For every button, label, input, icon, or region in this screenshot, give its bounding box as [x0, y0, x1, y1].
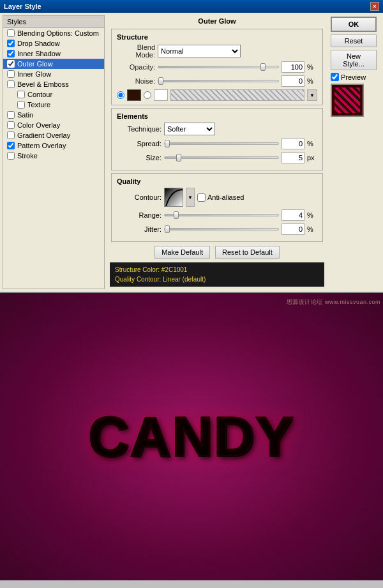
checkbox-gradient-overlay[interactable] — [7, 132, 15, 139]
contour-label: Contour: — [117, 193, 161, 201]
ok-button[interactable]: OK — [331, 17, 377, 32]
jitter-row: Jitter: % — [117, 223, 317, 235]
layer-label-blending-options: Blending Options: Custom — [17, 29, 99, 37]
anti-aliased-label: Anti-aliased — [197, 193, 244, 202]
opacity-input[interactable] — [282, 61, 304, 73]
opacity-slider[interactable] — [158, 66, 279, 68]
layer-item-contour[interactable]: Contour — [3, 89, 104, 100]
technique-row: Technique: Softer Precise — [117, 123, 317, 135]
anti-aliased-checkbox[interactable] — [197, 193, 206, 202]
noise-slider[interactable] — [158, 80, 279, 82]
make-default-button[interactable]: Make Default — [154, 246, 210, 259]
close-button[interactable]: × — [370, 2, 379, 11]
technique-select[interactable]: Softer Precise — [164, 123, 215, 135]
solid-color-radio[interactable] — [117, 91, 124, 99]
gradient-dropdown-arrow[interactable]: ▼ — [307, 89, 317, 101]
layer-item-drop-shadow[interactable]: Drop Shadow — [3, 38, 104, 49]
layer-label-outer-glow: Outer Glow — [17, 60, 53, 68]
spread-row: Spread: % — [117, 138, 317, 149]
checkbox-bevel-emboss[interactable] — [7, 80, 15, 88]
size-row: Size: px — [117, 152, 317, 163]
jitter-label: Jitter: — [117, 225, 161, 233]
quality-section: Quality Contour: ▼ Anti-aliased — [111, 173, 323, 242]
layer-item-texture[interactable]: Texture — [3, 100, 104, 110]
size-input[interactable] — [282, 152, 304, 163]
checkbox-inner-glow[interactable] — [7, 70, 15, 78]
layer-item-inner-shadow[interactable]: Inner Shadow — [3, 49, 104, 59]
main-section-title: Outer Glow — [107, 15, 327, 26]
spread-slider[interactable] — [164, 142, 279, 145]
layer-item-inner-glow[interactable]: Inner Glow — [3, 69, 104, 79]
checkbox-satin[interactable] — [7, 111, 15, 119]
layer-label-pattern-overlay: Pattern Overlay — [17, 142, 66, 149]
preview-thumbnail — [331, 84, 364, 117]
layer-item-stroke[interactable]: Stroke — [3, 151, 104, 161]
layer-label-inner-glow: Inner Glow — [17, 70, 51, 78]
new-style-button[interactable]: New Style... — [331, 50, 377, 70]
layer-label-drop-shadow: Drop Shadow — [17, 40, 60, 47]
size-label: Size: — [117, 154, 161, 162]
noise-label: Noise: — [117, 77, 155, 85]
contour-thumbnail[interactable] — [164, 188, 183, 207]
blend-mode-select[interactable]: Normal Multiply Screen — [158, 45, 241, 57]
layer-item-pattern-overlay[interactable]: Pattern Overlay — [3, 140, 104, 151]
color-swatch-dark[interactable] — [127, 89, 141, 101]
checkbox-texture[interactable] — [17, 101, 25, 109]
spread-label: Spread: — [117, 140, 161, 147]
size-unit: px — [307, 154, 317, 162]
preview-label: Preview — [331, 73, 379, 81]
layer-item-satin[interactable]: Satin — [3, 110, 104, 120]
gradient-radio[interactable] — [144, 91, 151, 99]
watermark: 思源设计论坛 www.missvuan.com — [287, 298, 380, 306]
layer-item-gradient-overlay[interactable]: Gradient Overlay — [3, 130, 104, 140]
checkbox-color-overlay[interactable] — [7, 121, 15, 129]
dialog-content: Styles Blending Options: CustomDrop Shad… — [0, 13, 383, 292]
layer-label-texture: Texture — [27, 101, 50, 109]
range-label: Range: — [117, 211, 161, 219]
checkbox-inner-shadow[interactable] — [7, 50, 15, 57]
right-panel: OK Reset New Style... Preview — [329, 15, 380, 289]
checkbox-outer-glow[interactable] — [7, 60, 15, 68]
noise-row: Noise: % — [117, 75, 317, 87]
styles-header: Styles — [3, 16, 104, 28]
layer-item-outer-glow[interactable]: Outer Glow — [3, 59, 104, 69]
contour-dropdown-arrow[interactable]: ▼ — [186, 188, 195, 207]
color-row: ▼ — [117, 89, 317, 101]
tooltip-line2: Quality Contour: Linear (default) — [115, 275, 319, 284]
reset-to-default-button[interactable]: Reset to Default — [215, 246, 280, 259]
technique-label: Technique: — [117, 125, 161, 133]
checkbox-drop-shadow[interactable] — [7, 40, 15, 47]
checkbox-pattern-overlay[interactable] — [7, 142, 15, 149]
preview-checkbox[interactable] — [331, 73, 339, 81]
opacity-row: Opacity: % — [117, 61, 317, 73]
preview-text: Preview — [341, 73, 366, 81]
main-panel: Outer Glow Structure Blend Mode: Normal … — [107, 15, 327, 289]
range-input[interactable] — [282, 209, 304, 221]
layer-item-color-overlay[interactable]: Color Overlay — [3, 120, 104, 130]
noise-unit: % — [307, 77, 317, 85]
tooltip-bar: Structure Color: #2C1001 Quality Contour… — [110, 262, 324, 287]
layer-label-bevel-emboss: Bevel & Emboss — [17, 80, 69, 88]
layer-item-bevel-emboss[interactable]: Bevel & Emboss — [3, 79, 104, 89]
range-slider[interactable] — [164, 214, 279, 216]
checkbox-blending-options[interactable] — [7, 29, 15, 37]
spread-input[interactable] — [282, 138, 304, 149]
title-bar: Layer Style × — [0, 0, 383, 13]
bottom-buttons: Make Default Reset to Default — [107, 246, 327, 259]
jitter-slider[interactable] — [164, 228, 279, 230]
structure-title: Structure — [117, 33, 317, 41]
checkbox-contour[interactable] — [17, 91, 25, 98]
layer-label-contour: Contour — [27, 91, 52, 98]
size-slider[interactable] — [164, 156, 279, 159]
left-panel: Styles Blending Options: CustomDrop Shad… — [3, 15, 105, 289]
noise-input[interactable] — [282, 75, 304, 87]
blend-mode-label: Blend Mode: — [117, 43, 155, 59]
elements-section: Elements Technique: Softer Precise Sprea… — [111, 108, 323, 170]
reset-button[interactable]: Reset — [331, 34, 377, 47]
gradient-bar[interactable] — [170, 89, 304, 101]
layer-item-blending-options[interactable]: Blending Options: Custom — [3, 28, 104, 38]
color-swatch-light[interactable] — [154, 89, 168, 101]
jitter-input[interactable] — [282, 223, 304, 235]
checkbox-stroke[interactable] — [7, 152, 15, 160]
spread-unit: % — [307, 140, 317, 147]
